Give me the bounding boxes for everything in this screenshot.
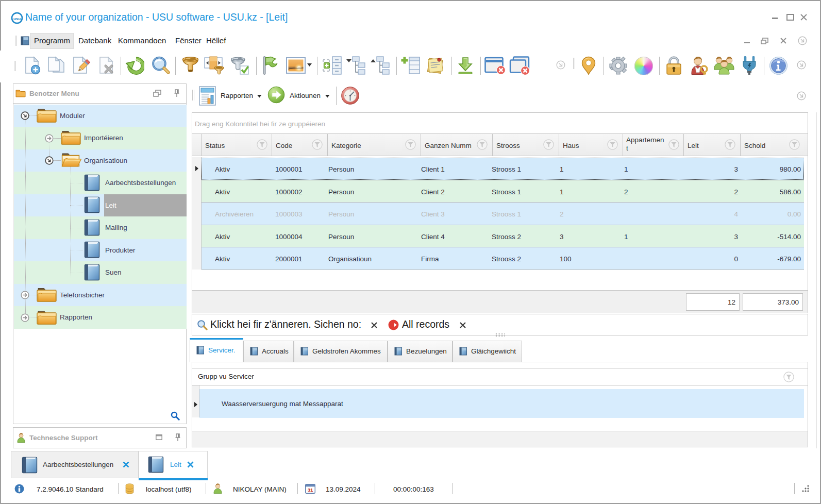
svg-text:usu: usu [13, 16, 21, 21]
svg-text:31: 31 [308, 487, 313, 493]
